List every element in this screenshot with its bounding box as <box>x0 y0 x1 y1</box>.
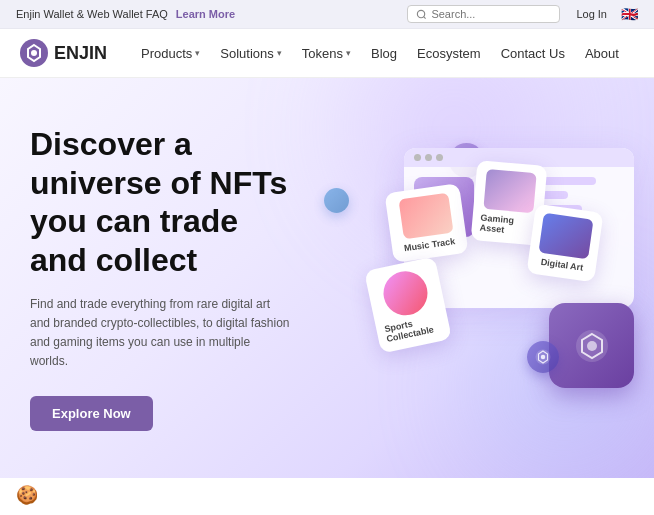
nav-label-tokens: Tokens <box>302 46 343 61</box>
announcement-bar: Enjin Wallet & Web Wallet FAQ Learn More… <box>0 0 654 29</box>
browser-dot-2 <box>425 154 432 161</box>
svg-point-0 <box>418 10 425 17</box>
nav-label-about: About <box>585 46 619 61</box>
nav-label-contact: Contact Us <box>501 46 565 61</box>
floating-orb-blue <box>324 188 349 213</box>
explore-now-button[interactable]: Explore Now <box>30 396 153 431</box>
nft-digital-label: Digital Art <box>540 257 584 273</box>
nft-card-music: Music Track <box>384 183 468 263</box>
nav-label-blog: Blog <box>371 46 397 61</box>
nft-sports-image <box>379 267 431 319</box>
hero-content: Discover a universe of NFTs you can trad… <box>0 85 320 470</box>
nav-links: Products ▾ Solutions ▾ Tokens ▾ Blog Eco… <box>141 46 619 61</box>
nft-card-digital: Digital Art <box>526 204 603 283</box>
nav-item-contact[interactable]: Contact Us <box>501 46 565 61</box>
nft-sports-label: Sports Collectable <box>384 313 443 344</box>
nav-label-solutions: Solutions <box>220 46 273 61</box>
enjin-coin-orb <box>527 341 559 373</box>
hero-subtitle: Find and trade everything from rare digi… <box>30 295 290 372</box>
nav-label-ecosystem: Ecosystem <box>417 46 481 61</box>
footer-bar: 🍪 <box>0 475 654 515</box>
login-button[interactable]: Log In <box>576 8 607 20</box>
browser-dot-1 <box>414 154 421 161</box>
svg-line-1 <box>424 16 426 18</box>
learn-more-link[interactable]: Learn More <box>176 8 235 20</box>
nav-item-ecosystem[interactable]: Ecosystem <box>417 46 481 61</box>
nft-gaming-label: Gaming Asset <box>479 213 535 238</box>
nft-illustration: Music Track Gaming Asset Digital Art Spo… <box>320 108 654 448</box>
hero-title: Discover a universe of NFTs you can trad… <box>30 125 290 279</box>
nft-digital-image <box>538 213 593 260</box>
nft-music-image <box>398 193 453 240</box>
enjin-logo-icon <box>20 39 48 67</box>
svg-point-6 <box>587 341 597 351</box>
language-flag[interactable]: 🇬🇧 <box>621 6 638 22</box>
nav-item-products[interactable]: Products ▾ <box>141 46 200 61</box>
navbar: ENJIN Products ▾ Solutions ▾ Tokens ▾ Bl… <box>0 29 654 78</box>
search-input[interactable] <box>431 8 551 20</box>
purple-3d-box <box>549 303 634 388</box>
browser-dot-3 <box>436 154 443 161</box>
search-icon <box>416 9 427 20</box>
hero-section: Discover a universe of NFTs you can trad… <box>0 78 654 478</box>
announcement-text: Enjin Wallet & Web Wallet FAQ <box>16 8 168 20</box>
logo-text: ENJIN <box>54 43 107 64</box>
chevron-down-icon: ▾ <box>277 48 282 58</box>
search-box <box>407 5 560 23</box>
logo[interactable]: ENJIN <box>20 39 107 67</box>
nav-item-solutions[interactable]: Solutions ▾ <box>220 46 281 61</box>
chevron-down-icon: ▾ <box>195 48 200 58</box>
cookie-icon[interactable]: 🍪 <box>16 484 38 506</box>
enjin-coin-icon <box>534 348 552 366</box>
nav-label-products: Products <box>141 46 192 61</box>
nav-item-blog[interactable]: Blog <box>371 46 397 61</box>
nft-music-label: Music Track <box>403 236 455 253</box>
nav-item-about[interactable]: About <box>585 46 619 61</box>
chevron-down-icon: ▾ <box>346 48 351 58</box>
nav-item-tokens[interactable]: Tokens ▾ <box>302 46 351 61</box>
nft-gaming-image <box>483 169 536 213</box>
enjin-icon-in-box <box>574 328 610 364</box>
svg-point-8 <box>541 355 546 360</box>
svg-point-3 <box>31 50 37 56</box>
